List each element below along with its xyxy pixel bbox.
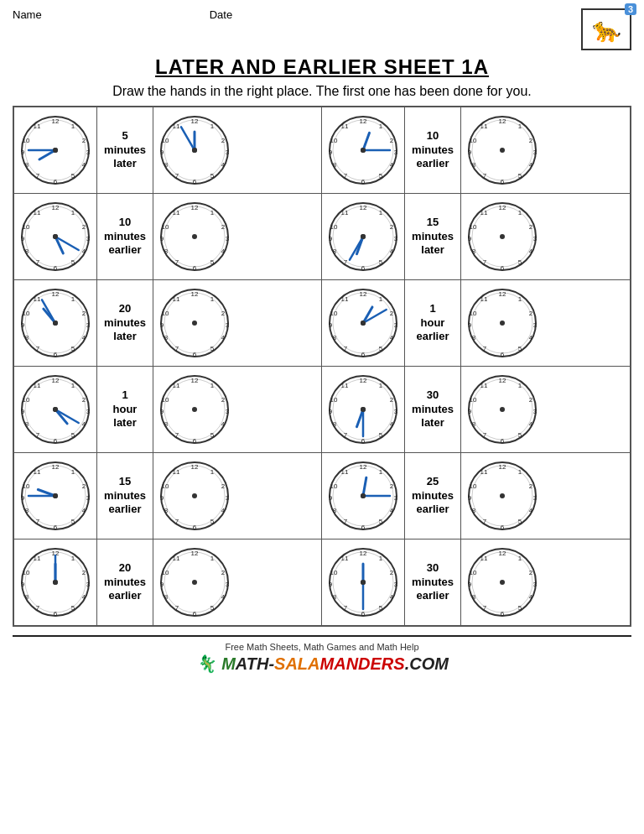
svg-text:12: 12 xyxy=(191,117,199,125)
clock-cell-left: 121234567891011 xyxy=(322,194,404,279)
clock-cell-right: 121234567891011 xyxy=(461,453,543,539)
svg-text:2: 2 xyxy=(82,569,86,576)
clock-row: 12123456789101120 minutes earlier1212345… xyxy=(14,539,321,625)
svg-text:4: 4 xyxy=(82,161,86,169)
svg-text:1: 1 xyxy=(518,382,522,389)
svg-text:7: 7 xyxy=(344,345,348,352)
svg-text:3: 3 xyxy=(533,149,538,156)
svg-text:5: 5 xyxy=(518,518,522,525)
svg-text:10: 10 xyxy=(162,482,169,490)
svg-text:11: 11 xyxy=(480,295,488,303)
svg-text:11: 11 xyxy=(34,555,41,562)
label-word: minutes xyxy=(104,316,146,331)
svg-text:5: 5 xyxy=(71,172,75,180)
svg-text:8: 8 xyxy=(333,593,337,601)
svg-text:8: 8 xyxy=(333,507,337,514)
svg-text:10: 10 xyxy=(330,482,338,490)
label-type: earlier xyxy=(416,330,449,344)
svg-text:8: 8 xyxy=(333,248,337,255)
clock-row: 1212345678910115 minutes later1212345678… xyxy=(14,107,321,194)
svg-text:6: 6 xyxy=(361,264,366,272)
svg-text:9: 9 xyxy=(468,408,472,415)
svg-text:7: 7 xyxy=(483,172,487,180)
svg-point-35 xyxy=(192,148,197,153)
svg-text:6: 6 xyxy=(501,437,505,445)
svg-text:11: 11 xyxy=(173,382,180,389)
footer-sala-text: SALA xyxy=(274,654,319,673)
svg-text:7: 7 xyxy=(36,518,40,525)
svg-text:3: 3 xyxy=(394,235,398,242)
svg-text:5: 5 xyxy=(210,431,215,439)
svg-text:10: 10 xyxy=(330,569,338,576)
svg-text:6: 6 xyxy=(54,351,58,358)
svg-text:12: 12 xyxy=(360,117,367,125)
svg-text:10: 10 xyxy=(162,310,169,317)
svg-text:8: 8 xyxy=(333,420,337,428)
clock-row: 12123456789101120 minutes later121234567… xyxy=(14,280,321,367)
svg-text:2: 2 xyxy=(221,396,226,404)
svg-text:12: 12 xyxy=(191,204,199,211)
time-label: 30 minutes later xyxy=(404,367,461,452)
svg-text:6: 6 xyxy=(501,351,505,358)
svg-text:12: 12 xyxy=(360,377,367,384)
svg-text:12: 12 xyxy=(191,550,199,557)
svg-text:10: 10 xyxy=(330,396,338,404)
svg-point-53 xyxy=(53,234,58,239)
svg-point-86 xyxy=(53,321,58,326)
svg-text:11: 11 xyxy=(341,209,349,216)
svg-text:2: 2 xyxy=(390,482,394,490)
svg-text:2: 2 xyxy=(390,223,394,231)
svg-text:9: 9 xyxy=(160,494,164,502)
svg-text:4: 4 xyxy=(529,593,533,601)
clock-cell-right: 121234567891011 xyxy=(153,453,236,539)
svg-text:7: 7 xyxy=(344,258,348,266)
subtitle: Draw the hands in the right place. The f… xyxy=(13,84,631,99)
svg-text:12: 12 xyxy=(499,550,506,557)
label-word: minutes xyxy=(104,143,146,158)
label-word: minutes xyxy=(104,576,146,590)
svg-text:11: 11 xyxy=(480,382,488,389)
svg-text:9: 9 xyxy=(329,321,333,329)
clock-cell-right: 121234567891011 xyxy=(153,194,236,279)
svg-text:9: 9 xyxy=(21,494,25,502)
svg-text:10: 10 xyxy=(23,482,30,490)
svg-text:12: 12 xyxy=(52,290,60,298)
svg-text:8: 8 xyxy=(164,161,169,169)
svg-point-233 xyxy=(500,148,505,153)
svg-text:6: 6 xyxy=(501,610,505,618)
svg-text:6: 6 xyxy=(501,178,505,185)
svg-text:1: 1 xyxy=(518,468,522,476)
svg-text:12: 12 xyxy=(360,550,367,557)
svg-text:6: 6 xyxy=(501,524,505,531)
svg-text:2: 2 xyxy=(221,137,226,144)
svg-point-200 xyxy=(192,580,197,585)
svg-text:5: 5 xyxy=(71,518,75,525)
svg-text:8: 8 xyxy=(164,334,169,341)
clock-cell-left: 121234567891011 xyxy=(14,539,96,625)
svg-text:10: 10 xyxy=(470,137,477,144)
footer: Free Math Sheets, Math Games and Math He… xyxy=(13,635,631,679)
svg-text:7: 7 xyxy=(175,345,179,352)
label-word: minutes xyxy=(412,489,454,503)
svg-text:1: 1 xyxy=(71,295,75,303)
svg-text:1: 1 xyxy=(379,468,383,476)
svg-text:5: 5 xyxy=(71,258,75,266)
clock-row: 12123456789101110 minutes earlier1212345… xyxy=(322,107,630,194)
svg-text:1: 1 xyxy=(518,295,522,303)
svg-text:12: 12 xyxy=(52,463,60,471)
svg-point-350 xyxy=(361,493,366,498)
svg-text:5: 5 xyxy=(379,518,383,525)
svg-text:3: 3 xyxy=(226,321,230,329)
svg-point-101 xyxy=(192,321,197,326)
time-label: 15 minutes earlier xyxy=(96,453,153,539)
svg-text:7: 7 xyxy=(36,604,40,612)
svg-text:9: 9 xyxy=(468,581,472,588)
svg-text:6: 6 xyxy=(193,610,197,618)
svg-text:3: 3 xyxy=(533,321,538,329)
right-half: 12123456789101110 minutes earlier1212345… xyxy=(322,107,630,625)
svg-text:12: 12 xyxy=(52,117,60,125)
svg-text:7: 7 xyxy=(344,431,348,439)
clock-row: 12123456789101115 minutes later121234567… xyxy=(322,194,630,280)
svg-text:2: 2 xyxy=(82,482,86,490)
svg-point-152 xyxy=(53,493,58,498)
